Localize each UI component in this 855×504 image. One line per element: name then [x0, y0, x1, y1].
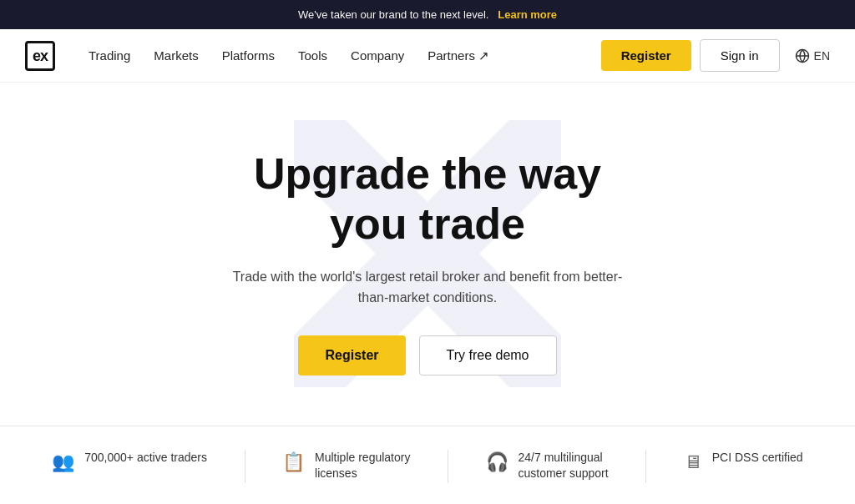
nav-item-partners[interactable]: Partners ↗ — [428, 48, 489, 63]
stat-traders: 👥 700,000+ active traders — [52, 450, 207, 473]
hero-demo-button[interactable]: Try free demo — [419, 335, 557, 375]
register-button[interactable]: Register — [601, 40, 691, 71]
stat-divider-3 — [645, 450, 646, 483]
top-banner: We've taken our brand to the next level.… — [0, 0, 855, 29]
hero-register-button[interactable]: Register — [298, 335, 405, 375]
stat-pci: 🖥 PCI DSS certified — [684, 450, 803, 473]
regulatory-icon: 📋 — [282, 451, 305, 473]
support-text: 24/7 multilingual customer support — [519, 450, 609, 482]
stat-divider-2 — [448, 450, 448, 483]
hero-subtitle: Trade with the world's largest retail br… — [227, 266, 628, 309]
banner-text: We've taken our brand to the next level. — [298, 8, 488, 21]
hero-section: Upgrade the way you trade Trade with the… — [0, 83, 855, 426]
language-selector[interactable]: EN — [795, 48, 830, 63]
globe-icon — [795, 48, 810, 63]
hero-title: Upgrade the way you trade — [227, 149, 628, 249]
banner-link[interactable]: Learn more — [498, 8, 557, 21]
stat-support: 🎧 24/7 multilingual customer support — [486, 450, 609, 482]
navbar: ex Trading Markets Platforms Tools Compa… — [0, 29, 855, 83]
hero-buttons: Register Try free demo — [227, 335, 628, 375]
regulatory-text: Multiple regulatory licenses — [315, 450, 410, 482]
nav-item-tools[interactable]: Tools — [298, 48, 327, 63]
nav-item-markets[interactable]: Markets — [154, 48, 198, 63]
traders-icon: 👥 — [52, 451, 74, 473]
logo[interactable]: ex — [25, 41, 55, 71]
support-icon: 🎧 — [486, 451, 508, 473]
pci-icon: 🖥 — [684, 451, 702, 473]
traders-text: 700,000+ active traders — [84, 450, 207, 466]
nav-item-platforms[interactable]: Platforms — [222, 48, 275, 63]
pci-text: PCI DSS certified — [712, 450, 803, 466]
nav-item-company[interactable]: Company — [351, 48, 404, 63]
nav-item-trading[interactable]: Trading — [89, 48, 130, 63]
logo-text: ex — [25, 41, 55, 71]
nav-links: Trading Markets Platforms Tools Company … — [89, 48, 601, 63]
stats-bar: 👥 700,000+ active traders 📋 Multiple reg… — [0, 426, 855, 504]
signin-button[interactable]: Sign in — [700, 39, 780, 72]
stat-regulatory: 📋 Multiple regulatory licenses — [282, 450, 410, 482]
hero-content: Upgrade the way you trade Trade with the… — [227, 149, 628, 375]
stat-divider-1 — [245, 450, 245, 483]
lang-label: EN — [814, 49, 830, 63]
nav-actions: Register Sign in EN — [601, 39, 830, 72]
